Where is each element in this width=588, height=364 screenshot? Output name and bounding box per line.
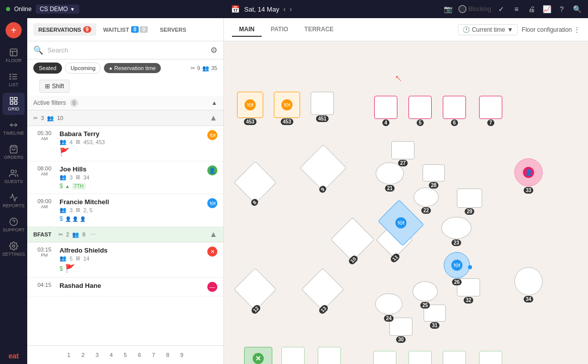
status-avatar: 👤 xyxy=(207,165,217,175)
status-avatar: 🍽 xyxy=(207,198,217,208)
reservation-time-btn[interactable]: ● Reservation time xyxy=(104,63,161,73)
table-7[interactable]: 7 xyxy=(479,96,502,119)
list-item[interactable]: 04:15 Rashad Hane — xyxy=(27,278,223,296)
table-number-23: 23 xyxy=(451,239,461,246)
table-9[interactable]: 9 xyxy=(307,151,340,185)
list-item[interactable]: 05:30 AM Babara Terry 👥 4 ⊞ 453, 453 🚩 xyxy=(27,126,223,161)
table-23[interactable]: 23 xyxy=(441,217,472,239)
search-input[interactable] xyxy=(47,46,206,54)
upcoming-filter[interactable]: Upcoming xyxy=(65,63,101,74)
seated-filter[interactable]: Seated xyxy=(33,63,62,74)
table-28[interactable]: 28 xyxy=(423,164,445,181)
sidebar-item-orders[interactable]: ORDERS xyxy=(3,141,25,163)
table-18[interactable]: 18 xyxy=(408,351,432,364)
tab-waitlist[interactable]: WAITLIST 0 0 xyxy=(98,23,153,36)
sidebar-item-grid[interactable]: GRID xyxy=(3,93,25,115)
table-15[interactable]: 15 xyxy=(281,347,305,364)
table-453b[interactable]: 🍽453 xyxy=(274,92,300,118)
table-number-32: 32 xyxy=(463,297,473,304)
list-item[interactable]: 09:00 AM Francie Mitchell 👥 3 ⊞ 2, 5 $ 👤… xyxy=(27,194,223,227)
list-icon[interactable]: ≡ xyxy=(511,4,521,14)
floor-config-button[interactable]: Floor configuration ⋮ xyxy=(522,26,580,33)
table-26[interactable]: 🍽26 xyxy=(444,252,470,278)
section-expand-btn[interactable]: ▲ xyxy=(209,113,217,123)
shift-button[interactable]: ⊞ Shift xyxy=(39,80,70,93)
page-9[interactable]: 9 xyxy=(176,349,188,361)
bfast-label: BFAST xyxy=(33,231,51,237)
svg-point-6 xyxy=(10,79,11,80)
reservations-badge: 9 xyxy=(83,26,91,33)
table-12[interactable]: 12 xyxy=(240,274,270,305)
chart-icon[interactable]: 📈 xyxy=(542,4,552,14)
prev-date-arrow[interactable]: ‹ xyxy=(283,5,286,13)
page-5[interactable]: 5 xyxy=(120,349,132,361)
bfast-expand-btn[interactable]: ▲ xyxy=(209,230,217,239)
table-10[interactable]: 10 xyxy=(337,224,368,255)
table-33[interactable]: 👤33 xyxy=(514,158,543,187)
res-table: 34 xyxy=(83,174,89,180)
check-icon[interactable]: ✓ xyxy=(496,4,506,14)
tab-terrace[interactable]: TERRACE xyxy=(298,23,341,37)
next-date-arrow[interactable]: › xyxy=(289,5,292,13)
active-filters-chevron[interactable]: ▲ xyxy=(211,99,217,106)
time-selector[interactable]: 🕐 Current time ▼ xyxy=(458,24,518,35)
table-6[interactable]: 6 xyxy=(443,96,466,119)
filter-button[interactable]: ⚙ xyxy=(210,45,217,55)
sidebar-item-list[interactable]: LIST xyxy=(3,69,25,91)
table-blue-table[interactable]: 🍽 xyxy=(383,208,419,238)
table-8[interactable]: 8 xyxy=(240,167,270,198)
table-24[interactable]: 24 xyxy=(375,293,402,315)
add-button[interactable]: + xyxy=(6,22,22,38)
demo-badge[interactable]: CS DEMO ▼ xyxy=(36,5,79,14)
table-number-4: 4 xyxy=(382,119,389,126)
page-6[interactable]: 6 xyxy=(134,349,146,361)
camera-icon[interactable]: 📷 xyxy=(443,4,453,14)
table-25[interactable]: 25 xyxy=(413,281,438,301)
page-7[interactable]: 7 xyxy=(148,349,160,361)
tab-main[interactable]: MAIN xyxy=(232,23,262,37)
tab-servers[interactable]: SERVERS xyxy=(155,24,191,36)
online-label: Online xyxy=(14,6,32,13)
table-16[interactable]: 16 xyxy=(318,347,341,364)
sidebar-item-timeline[interactable]: TIMELINE xyxy=(3,117,25,139)
table-27[interactable]: 27 xyxy=(391,141,415,159)
crown-icon: ▲ xyxy=(65,184,70,189)
table-451[interactable]: 451 xyxy=(311,92,334,115)
print-icon[interactable]: 🖨 xyxy=(526,4,537,14)
search-icon[interactable]: 🔍 xyxy=(572,4,582,14)
page-3[interactable]: 3 xyxy=(91,349,103,361)
table-22[interactable]: 22 xyxy=(414,188,439,207)
sidebar-item-support[interactable]: SUPPORT xyxy=(3,214,25,236)
calendar-icon: 📅 xyxy=(230,4,240,14)
table-4[interactable]: 4 xyxy=(374,96,397,119)
tab-reservations[interactable]: RESERVATIONS 9 xyxy=(33,23,96,36)
sidebar-item-guests[interactable]: GUESTS xyxy=(3,165,25,188)
topbar: Online CS DEMO ▼ 📅 Sat, 14 May ‹ › 📷 ⊘ B… xyxy=(0,0,588,18)
page-2[interactable]: 2 xyxy=(77,349,89,361)
table-20[interactable]: 20 xyxy=(479,351,502,364)
list-item[interactable]: 03:15 PM Alfredo Shields 👥 5 ⊞ 14 $ 🚩 xyxy=(27,242,223,278)
sidebar-item-floor[interactable]: FLOOR xyxy=(3,44,25,67)
table-34[interactable]: 34 xyxy=(514,267,543,295)
more-icon[interactable]: ⋯ xyxy=(90,231,96,238)
sidebar-item-reports[interactable]: REPORTS xyxy=(3,190,25,212)
help-icon[interactable]: ? xyxy=(557,4,567,14)
table-29[interactable]: 29 xyxy=(457,189,482,208)
sidebar-item-settings[interactable]: SETTINGS xyxy=(3,238,25,260)
table-number-7: 7 xyxy=(487,119,494,126)
table-453a[interactable]: 🍽453 xyxy=(237,92,263,118)
page-1[interactable]: 1 xyxy=(63,349,75,361)
table-19[interactable]: 19 xyxy=(443,351,466,364)
table-17[interactable]: 17 xyxy=(373,351,396,364)
table-14[interactable]: ✕14 xyxy=(244,347,272,364)
tab-patio[interactable]: PATIO xyxy=(264,23,296,37)
page-8[interactable]: 8 xyxy=(162,349,174,361)
demo-chevron: ▼ xyxy=(70,7,75,12)
topbar-right: 📷 ⊘ Blocking ✓ ≡ 🖨 📈 ? 🔍 xyxy=(443,4,582,14)
table-5[interactable]: 5 xyxy=(408,96,432,119)
svg-rect-0 xyxy=(10,49,17,56)
list-item[interactable]: 08:00 AM Joe Hills 👥 3 ⊞ 34 $ ▲ 7TH xyxy=(27,161,223,194)
page-4[interactable]: 4 xyxy=(105,349,117,361)
table-13[interactable]: 13 xyxy=(308,274,338,305)
ampm-value: AM xyxy=(33,171,55,176)
